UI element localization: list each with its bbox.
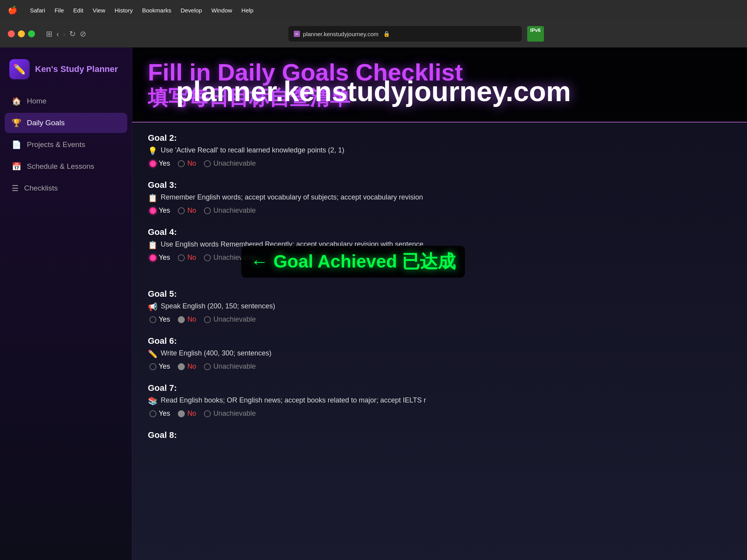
goal-5-text: Speak English (200, 150; sentences) [161,302,275,310]
goal-2-no-option[interactable]: No [178,159,196,168]
goal-6-options: Yes No Unachievable [148,362,731,371]
goal-3-yes-option[interactable]: Yes [149,206,170,215]
goal-5-no-option[interactable]: No [178,315,196,324]
goal-7-unachievable-option[interactable]: Unachievable [204,410,256,418]
goal-6-unachievable-label: Unachievable [213,362,256,371]
goal-2-no-radio[interactable] [178,160,185,167]
goal-2-unachievable-label: Unachievable [213,159,256,168]
goal-7-no-label: No [187,410,196,418]
sidebar-item-daily-goals[interactable]: 🏆 Daily Goals [5,113,127,133]
goal-section-4: Goal 4: 📋 Use English words Remembered R… [148,227,731,262]
schedule-icon: 📅 [12,162,21,171]
goal-7-unachievable-radio[interactable] [204,410,211,417]
goal-3-unachievable-radio[interactable] [204,207,211,214]
goal-5-no-radio[interactable] [178,316,185,323]
sidebar: ✏️ Ken's Study Planner 🏠 Home 🏆 Daily Go… [0,47,132,560]
menu-edit[interactable]: Edit [73,7,83,14]
goal-7-no-option[interactable]: No [178,410,196,418]
sidebar-item-projects[interactable]: 📄 Projects & Events [5,135,127,155]
goal-2-yes-option[interactable]: Yes [149,159,170,168]
goal-6-text: Write English (400, 300; sentences) [161,349,272,357]
goal-section-6: Goal 6: ✏️ Write English (400, 300; sent… [148,336,731,371]
address-bar[interactable]: ✏ planner.kenstudyjourney.com 🔒 [288,26,522,42]
goal-5-yes-label: Yes [159,315,170,324]
goal-4-no-option[interactable]: No [178,254,196,262]
goal-section-2: Goal 2: 💡 Use 'Active Recall' to recall … [148,133,731,168]
back-icon[interactable]: ‹ [56,30,59,38]
goal-section-3: Goal 3: 📋 Remember English words; accept… [148,180,731,215]
sidebar-item-home-label: Home [27,97,47,105]
refresh-icon[interactable]: ↻ [69,29,76,38]
goal-3-yes-radio[interactable] [149,207,156,214]
goal-5-yes-option[interactable]: Yes [149,315,170,324]
goal-7-no-radio[interactable] [178,410,185,417]
traffic-lights [8,30,35,37]
goal-2-unachievable-option[interactable]: Unachievable [204,159,256,168]
goal-section-8: Goal 8: [148,430,731,440]
browser-toolbar: ⊞ ‹ › ↻ ⊘ ✏ planner.kenstudyjourney.com … [0,20,747,47]
goal-6-yes-option[interactable]: Yes [149,362,170,371]
goal-3-no-radio[interactable] [178,207,185,214]
sidebar-toggle-icon[interactable]: ⊞ [46,29,53,38]
sidebar-item-checklists[interactable]: ☰ Checklists [5,178,127,198]
goal-4-options-container: Yes No Unachievable ← Goal Achie [148,254,731,262]
goals-list: Goal 2: 💡 Use 'Active Recall' to recall … [148,133,731,440]
goal-4-no-label: No [187,254,196,262]
goal-7-options: Yes No Unachievable [148,410,731,418]
sidebar-item-home[interactable]: 🏠 Home [5,91,127,111]
minimize-button[interactable] [18,30,25,37]
stop-icon[interactable]: ⊘ [80,29,86,38]
sidebar-logo: ✏️ Ken's Study Planner [0,55,132,91]
goal-4-yes-option[interactable]: Yes [149,254,170,262]
goal-5-unachievable-label: Unachievable [213,315,256,324]
goal-4-unachievable-radio[interactable] [204,254,211,261]
menu-develop[interactable]: Develop [181,7,202,14]
goal-6-yes-radio[interactable] [149,363,156,370]
app-container: ✏️ Ken's Study Planner 🏠 Home 🏆 Daily Go… [0,47,747,560]
goal-6-header: Goal 6: [148,336,731,346]
home-icon: 🏠 [12,96,21,106]
goal-4-emoji: 📋 [148,240,158,250]
goal-6-unachievable-radio[interactable] [204,363,211,370]
goal-3-no-option[interactable]: No [178,206,196,215]
sidebar-item-schedule-label: Schedule & Lessons [27,162,94,171]
goal-3-description: 📋 Remember English words; accept vocabul… [148,193,731,203]
goal-2-yes-radio[interactable] [149,160,156,167]
favicon: ✏ [294,31,300,37]
goal-3-no-label: No [187,206,196,215]
menu-window[interactable]: Window [211,7,232,14]
goal-7-description: 📚 Read English books; OR English news; a… [148,396,731,406]
goal-3-header: Goal 3: [148,180,731,190]
close-button[interactable] [8,30,15,37]
sidebar-item-checklists-label: Checklists [24,184,58,192]
menu-safari[interactable]: Safari [30,7,45,14]
lock-icon: 🔒 [383,31,390,37]
menu-view[interactable]: View [93,7,105,14]
goal-6-description: ✏️ Write English (400, 300; sentences) [148,349,731,359]
goal-5-yes-radio[interactable] [149,316,156,323]
menu-history[interactable]: History [114,7,133,14]
goal-4-yes-radio[interactable] [149,254,156,261]
menu-bookmarks[interactable]: Bookmarks [142,7,171,14]
goal-3-unachievable-option[interactable]: Unachievable [204,206,256,215]
menu-help[interactable]: Help [242,7,254,14]
goal-7-text: Read English books; OR English news; acc… [161,396,426,404]
goal-7-yes-radio[interactable] [149,410,156,417]
goal-achieved-text-en: ← Goal Achieved [251,251,397,271]
goal-6-no-option[interactable]: No [178,362,196,371]
goal-section-7: Goal 7: 📚 Read English books; OR English… [148,383,731,418]
goal-4-no-radio[interactable] [178,254,185,261]
goal-2-unachievable-radio[interactable] [204,160,211,167]
goal-7-yes-option[interactable]: Yes [149,410,170,418]
goal-7-header: Goal 7: [148,383,731,393]
goal-achieved-text-zh: 已达成 [402,251,456,271]
sidebar-item-schedule[interactable]: 📅 Schedule & Lessons [5,156,127,177]
goal-6-unachievable-option[interactable]: Unachievable [204,362,256,371]
goal-6-no-radio[interactable] [178,363,185,370]
goal-7-unachievable-label: Unachievable [213,410,256,418]
menu-file[interactable]: File [54,7,64,14]
goal-5-unachievable-radio[interactable] [204,316,211,323]
browser-controls: ⊞ ‹ › ↻ ⊘ [46,29,86,38]
maximize-button[interactable] [28,30,35,37]
goal-5-unachievable-option[interactable]: Unachievable [204,315,256,324]
